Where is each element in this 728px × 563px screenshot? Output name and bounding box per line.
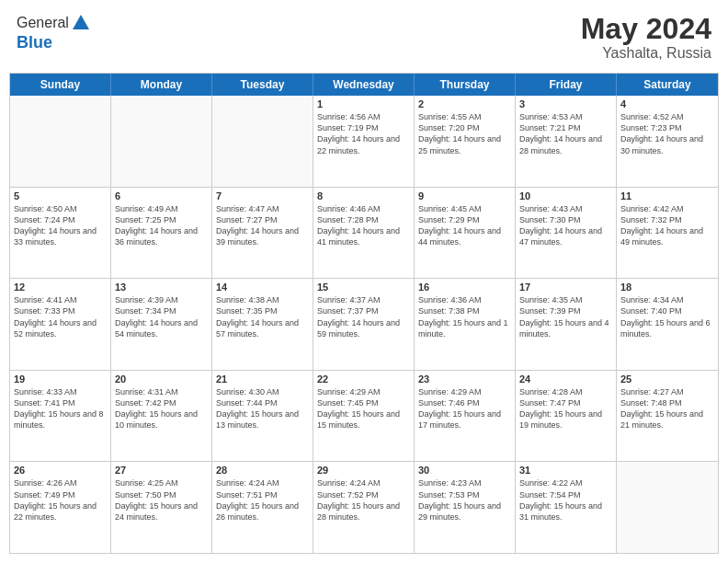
cell-info: Sunrise: 4:31 AMSunset: 7:42 PMDaylight:… (115, 386, 208, 431)
cal-row-2: 12Sunrise: 4:41 AMSunset: 7:33 PMDayligh… (10, 278, 718, 370)
cell-info: Sunrise: 4:27 AMSunset: 7:48 PMDaylight:… (620, 386, 714, 431)
header: General Blue May 2024 Yashalta, Russia (9, 9, 719, 65)
cell-info: Sunrise: 4:46 AMSunset: 7:28 PMDaylight:… (317, 203, 410, 248)
day-number: 4 (620, 98, 714, 109)
day-number: 16 (418, 282, 511, 293)
cal-cell-day-31: 31Sunrise: 4:22 AMSunset: 7:54 PMDayligh… (516, 462, 617, 553)
cal-cell-day-8: 8Sunrise: 4:46 AMSunset: 7:28 PMDaylight… (313, 188, 415, 279)
cal-cell-day-17: 17Sunrise: 4:35 AMSunset: 7:39 PMDayligh… (516, 279, 617, 370)
cell-info: Sunrise: 4:24 AMSunset: 7:52 PMDaylight:… (317, 477, 410, 523)
cal-cell-day-4: 4Sunrise: 4:52 AMSunset: 7:23 PMDaylight… (617, 96, 718, 187)
calendar: SundayMondayTuesdayWednesdayThursdayFrid… (9, 73, 719, 554)
day-number: 3 (519, 98, 612, 109)
cal-cell-day-12: 12Sunrise: 4:41 AMSunset: 7:33 PMDayligh… (10, 279, 111, 370)
day-number: 2 (418, 98, 511, 109)
weekday-header-sunday: Sunday (10, 74, 111, 96)
logo-icon (71, 13, 91, 33)
cell-info: Sunrise: 4:29 AMSunset: 7:46 PMDaylight:… (418, 386, 511, 431)
cal-cell-day-19: 19Sunrise: 4:33 AMSunset: 7:41 PMDayligh… (10, 371, 111, 462)
title-block: May 2024 Yashalta, Russia (581, 13, 711, 62)
cal-cell-day-15: 15Sunrise: 4:37 AMSunset: 7:37 PMDayligh… (313, 279, 415, 370)
cell-info: Sunrise: 4:55 AMSunset: 7:20 PMDaylight:… (418, 111, 511, 156)
day-number: 31 (519, 465, 612, 476)
cal-cell-day-26: 26Sunrise: 4:26 AMSunset: 7:49 PMDayligh… (10, 462, 111, 553)
cell-info: Sunrise: 4:23 AMSunset: 7:53 PMDaylight:… (418, 477, 511, 523)
cal-cell-empty (212, 96, 313, 187)
logo-general-text: General (17, 15, 69, 31)
cal-row-3: 19Sunrise: 4:33 AMSunset: 7:41 PMDayligh… (10, 370, 718, 462)
cell-info: Sunrise: 4:43 AMSunset: 7:30 PMDaylight:… (519, 203, 612, 248)
day-number: 15 (317, 282, 410, 293)
cal-cell-day-25: 25Sunrise: 4:27 AMSunset: 7:48 PMDayligh… (617, 371, 718, 462)
cal-cell-day-20: 20Sunrise: 4:31 AMSunset: 7:42 PMDayligh… (111, 371, 212, 462)
weekday-header-wednesday: Wednesday (313, 74, 415, 96)
cal-row-1: 5Sunrise: 4:50 AMSunset: 7:24 PMDaylight… (10, 187, 718, 279)
day-number: 8 (317, 190, 410, 201)
calendar-header: SundayMondayTuesdayWednesdayThursdayFrid… (10, 74, 718, 96)
cal-cell-empty (111, 96, 212, 187)
cell-info: Sunrise: 4:24 AMSunset: 7:51 PMDaylight:… (216, 477, 309, 523)
calendar-body: 1Sunrise: 4:56 AMSunset: 7:19 PMDaylight… (10, 96, 718, 553)
cal-cell-day-6: 6Sunrise: 4:49 AMSunset: 7:25 PMDaylight… (111, 188, 212, 279)
cell-info: Sunrise: 4:25 AMSunset: 7:50 PMDaylight:… (115, 477, 208, 523)
day-number: 26 (14, 465, 107, 476)
cal-row-0: 1Sunrise: 4:56 AMSunset: 7:19 PMDaylight… (10, 96, 718, 187)
day-number: 21 (216, 373, 309, 385)
cell-info: Sunrise: 4:45 AMSunset: 7:29 PMDaylight:… (418, 203, 511, 248)
day-number: 28 (216, 465, 309, 476)
cal-cell-day-9: 9Sunrise: 4:45 AMSunset: 7:29 PMDaylight… (415, 188, 516, 279)
cell-info: Sunrise: 4:42 AMSunset: 7:32 PMDaylight:… (620, 203, 714, 248)
day-number: 29 (317, 465, 410, 476)
day-number: 23 (418, 373, 511, 385)
cal-cell-day-13: 13Sunrise: 4:39 AMSunset: 7:34 PMDayligh… (111, 279, 212, 370)
cal-cell-day-3: 3Sunrise: 4:53 AMSunset: 7:21 PMDaylight… (516, 96, 617, 187)
cell-info: Sunrise: 4:56 AMSunset: 7:19 PMDaylight:… (317, 111, 410, 156)
cell-info: Sunrise: 4:41 AMSunset: 7:33 PMDaylight:… (14, 294, 107, 339)
day-number: 25 (620, 373, 714, 385)
cal-cell-day-28: 28Sunrise: 4:24 AMSunset: 7:51 PMDayligh… (212, 462, 313, 553)
cell-info: Sunrise: 4:49 AMSunset: 7:25 PMDaylight:… (115, 203, 208, 248)
weekday-header-saturday: Saturday (617, 74, 718, 96)
logo-blue-text: Blue (17, 33, 91, 52)
day-number: 24 (519, 373, 612, 385)
day-number: 27 (115, 465, 208, 476)
cell-info: Sunrise: 4:28 AMSunset: 7:47 PMDaylight:… (519, 386, 612, 431)
cal-cell-day-29: 29Sunrise: 4:24 AMSunset: 7:52 PMDayligh… (313, 462, 415, 553)
cell-info: Sunrise: 4:29 AMSunset: 7:45 PMDaylight:… (317, 386, 410, 431)
cell-info: Sunrise: 4:47 AMSunset: 7:27 PMDaylight:… (216, 203, 309, 248)
cal-cell-day-23: 23Sunrise: 4:29 AMSunset: 7:46 PMDayligh… (415, 371, 516, 462)
cal-cell-empty (10, 96, 111, 187)
cell-info: Sunrise: 4:26 AMSunset: 7:49 PMDaylight:… (14, 477, 107, 523)
day-number: 13 (115, 282, 208, 293)
day-number: 6 (115, 190, 208, 201)
weekday-header-friday: Friday (516, 74, 617, 96)
day-number: 9 (418, 190, 511, 201)
location-title: Yashalta, Russia (581, 45, 711, 62)
cell-info: Sunrise: 4:34 AMSunset: 7:40 PMDaylight:… (620, 294, 714, 339)
svg-marker-0 (73, 15, 89, 29)
cell-info: Sunrise: 4:30 AMSunset: 7:44 PMDaylight:… (216, 386, 309, 431)
cal-cell-day-22: 22Sunrise: 4:29 AMSunset: 7:45 PMDayligh… (313, 371, 415, 462)
cal-cell-day-7: 7Sunrise: 4:47 AMSunset: 7:27 PMDaylight… (212, 188, 313, 279)
day-number: 20 (115, 373, 208, 385)
cal-cell-day-24: 24Sunrise: 4:28 AMSunset: 7:47 PMDayligh… (516, 371, 617, 462)
cell-info: Sunrise: 4:22 AMSunset: 7:54 PMDaylight:… (519, 477, 612, 523)
day-number: 5 (14, 190, 107, 201)
cell-info: Sunrise: 4:35 AMSunset: 7:39 PMDaylight:… (519, 294, 612, 339)
cal-cell-day-18: 18Sunrise: 4:34 AMSunset: 7:40 PMDayligh… (617, 279, 718, 370)
day-number: 14 (216, 282, 309, 293)
cal-cell-day-5: 5Sunrise: 4:50 AMSunset: 7:24 PMDaylight… (10, 188, 111, 279)
cell-info: Sunrise: 4:33 AMSunset: 7:41 PMDaylight:… (14, 386, 107, 431)
cal-cell-day-16: 16Sunrise: 4:36 AMSunset: 7:38 PMDayligh… (415, 279, 516, 370)
month-title: May 2024 (581, 13, 711, 45)
day-number: 10 (519, 190, 612, 201)
logo: General Blue (17, 13, 91, 52)
cal-cell-day-11: 11Sunrise: 4:42 AMSunset: 7:32 PMDayligh… (617, 188, 718, 279)
cal-cell-day-21: 21Sunrise: 4:30 AMSunset: 7:44 PMDayligh… (212, 371, 313, 462)
cal-row-4: 26Sunrise: 4:26 AMSunset: 7:49 PMDayligh… (10, 461, 718, 553)
day-number: 17 (519, 282, 612, 293)
cell-info: Sunrise: 4:52 AMSunset: 7:23 PMDaylight:… (620, 111, 714, 156)
day-number: 1 (317, 98, 410, 109)
day-number: 7 (216, 190, 309, 201)
cal-cell-day-2: 2Sunrise: 4:55 AMSunset: 7:20 PMDaylight… (415, 96, 516, 187)
